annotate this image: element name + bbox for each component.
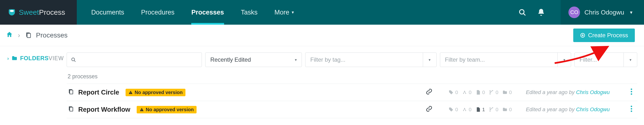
search-input-wrapper[interactable]: [67, 52, 202, 67]
nav-more[interactable]: More: [274, 0, 294, 25]
status-badge: No approved version: [137, 106, 197, 113]
home-icon[interactable]: [6, 31, 13, 40]
warning-icon: [128, 90, 133, 94]
badge-label: No approved version: [135, 90, 183, 95]
stat-branch: 0: [489, 107, 498, 112]
user-menu[interactable]: CO Chris Odogwu: [561, 0, 644, 25]
nav-label: More: [274, 9, 290, 16]
nav-items: Documents Procedures Processes Tasks Mor…: [77, 0, 518, 25]
stat-share: 0: [462, 107, 472, 112]
breadcrumb-label: Processes: [36, 31, 68, 39]
row-menu-button[interactable]: [628, 88, 634, 96]
edited-user-link[interactable]: Chris Odogwu: [576, 89, 610, 95]
process-title: Report Workflow: [78, 106, 130, 113]
chevron-down-icon: [630, 58, 632, 62]
stat-tag: 0: [448, 107, 458, 112]
filter-placeholder: Filter...: [580, 56, 597, 63]
status-badge: No approved version: [126, 89, 186, 96]
breadcrumb-separator: ›: [18, 31, 20, 39]
main: › FOLDERS VIEW Recently Edited Filter by…: [0, 46, 644, 118]
chevron-down-icon: [630, 10, 632, 15]
nav-label: Procedures: [141, 9, 174, 16]
brand-text-sweet: Sweet: [19, 8, 39, 16]
stat-folder: 0: [502, 89, 512, 95]
svg-point-8: [72, 58, 74, 61]
bell-icon[interactable]: [537, 8, 545, 17]
chevron-down-icon: [563, 58, 565, 62]
stack-icon: [68, 106, 74, 113]
stat-file: 1: [476, 107, 485, 112]
filter-tag-placeholder: Filter by tag...: [310, 56, 345, 63]
chevron-down-icon: [292, 10, 294, 15]
nav-documents[interactable]: Documents: [91, 0, 124, 25]
row-stats: 0 0 1 0 0: [448, 107, 512, 112]
chevron-right-icon: ›: [7, 56, 9, 61]
svg-point-1: [520, 10, 524, 14]
nav-label: Documents: [91, 9, 124, 16]
brand-logo[interactable]: SweetProcess: [0, 0, 77, 25]
stat-folder: 0: [502, 107, 512, 112]
user-name: Chris Odogwu: [584, 9, 624, 16]
edited-by: Edited a year ago by Chris Odogwu: [526, 106, 610, 113]
search-input[interactable]: [79, 56, 198, 63]
stack-icon: [68, 88, 74, 96]
sidebar-folders[interactable]: › FOLDERS: [7, 55, 48, 62]
stat-branch: 0: [489, 89, 498, 95]
breadcrumb-page: Processes: [25, 31, 68, 39]
brand-text-process: Process: [39, 8, 65, 16]
link-icon[interactable]: [426, 88, 432, 96]
plus-circle-icon: [580, 33, 585, 38]
stack-icon: [25, 32, 32, 38]
nav-label: Processes: [191, 9, 224, 16]
sidebar: › FOLDERS VIEW: [0, 46, 64, 118]
sidebar-folders-label: FOLDERS: [20, 55, 48, 62]
chevron-down-icon: [295, 58, 297, 62]
nav-processes[interactable]: Processes: [191, 0, 224, 25]
sort-select[interactable]: Recently Edited: [205, 52, 302, 67]
avatar-initials: CO: [570, 9, 578, 16]
process-list: Report Circle No approved version 0 0 0 …: [67, 84, 637, 118]
stat-tag: 0: [448, 89, 458, 95]
process-row[interactable]: Report Workflow No approved version 0 0 …: [67, 101, 637, 118]
search-icon: [71, 57, 76, 63]
link-icon[interactable]: [426, 105, 432, 114]
filter-generic-select[interactable]: Filter...: [574, 52, 637, 67]
edited-by: Edited a year ago by Chris Odogwu: [526, 89, 610, 95]
stat-file: 0: [476, 89, 485, 95]
warning-icon: [140, 107, 144, 112]
svg-rect-4: [27, 33, 31, 38]
process-title: Report Circle: [78, 89, 119, 96]
svg-point-0: [10, 10, 14, 12]
chevron-down-icon: [428, 58, 430, 62]
nav-procedures[interactable]: Procedures: [141, 0, 174, 25]
process-row[interactable]: Report Circle No approved version 0 0 0 …: [67, 84, 637, 101]
breadcrumb: › Processes: [6, 31, 68, 40]
create-process-button[interactable]: Create Process: [573, 29, 635, 42]
stat-share: 0: [462, 89, 472, 95]
create-button-label: Create Process: [588, 32, 628, 39]
search-icon[interactable]: [518, 8, 526, 17]
nav-right: CO Chris Odogwu: [518, 0, 644, 25]
nav-label: Tasks: [241, 9, 258, 16]
row-menu-button[interactable]: [628, 105, 634, 114]
breadcrumb-bar: › Processes Create Process: [0, 25, 644, 46]
result-count: 2 processes: [68, 73, 637, 80]
nav-tasks[interactable]: Tasks: [241, 0, 258, 25]
filter-bar: Recently Edited Filter by tag... Filter …: [67, 52, 637, 67]
sort-value: Recently Edited: [210, 56, 251, 63]
svg-line-2: [524, 14, 526, 16]
svg-line-9: [74, 60, 75, 62]
sidebar-view-label[interactable]: VIEW: [48, 55, 64, 62]
avatar: CO: [568, 7, 580, 18]
row-stats: 0 0 0 0 0: [448, 89, 512, 95]
content: Recently Edited Filter by tag... Filter …: [64, 46, 644, 118]
brand-icon: [8, 8, 16, 17]
top-nav: SweetProcess Documents Procedures Proces…: [0, 0, 644, 25]
badge-label: No approved version: [146, 107, 194, 112]
filter-team-select[interactable]: Filter by team...: [440, 52, 571, 67]
filter-team-placeholder: Filter by team...: [445, 56, 485, 63]
filter-tag-select[interactable]: Filter by tag...: [305, 52, 436, 67]
edited-user-link[interactable]: Chris Odogwu: [576, 106, 610, 112]
folder-icon: [11, 55, 18, 61]
